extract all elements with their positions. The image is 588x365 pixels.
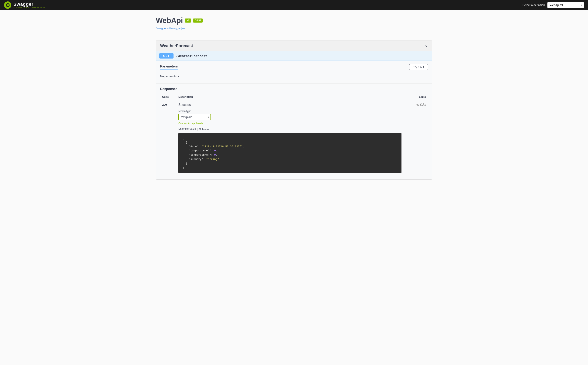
- try-it-out-button[interactable]: Try it out: [409, 64, 428, 70]
- example-value-tab[interactable]: Example Value: [178, 127, 196, 131]
- col-header-description: Description: [176, 94, 403, 100]
- tab-separator: |: [197, 128, 198, 131]
- media-type-label: Media type: [178, 110, 401, 112]
- header-logo: Swagger Supported by SMARTBEAR: [4, 1, 46, 9]
- parameters-section: Parameters Try it out No parameters: [156, 61, 432, 84]
- swagger-json-link[interactable]: /swagger/v1/swagger.json: [156, 27, 186, 30]
- badge-v1: v1: [185, 19, 191, 22]
- endpoint-path: /WeatherForecast: [176, 54, 207, 58]
- api-title-row: WebApi v1 OAS3: [156, 16, 432, 25]
- endpoint-body: Parameters Try it out No parameters Resp…: [156, 61, 432, 179]
- responses-section: Responses Code Description Links 200: [156, 84, 432, 179]
- response-links: No links: [403, 100, 428, 176]
- weather-forecast-section: WeatherForecast ∨ GET /WeatherForecast P…: [156, 40, 432, 180]
- parameters-title: Parameters: [160, 65, 178, 70]
- chevron-down-icon: ∨: [425, 43, 428, 48]
- parameters-header: Parameters Try it out: [160, 64, 428, 70]
- header-definition: Select a definition WebApi v1 ▾: [522, 2, 584, 8]
- code-block: [ { "date": "2020-11-22T16:57:05.937Z", …: [178, 133, 401, 173]
- app-header: Swagger Supported by SMARTBEAR Select a …: [0, 0, 588, 10]
- header-brand: Swagger Supported by SMARTBEAR: [14, 2, 46, 8]
- col-header-links: Links: [403, 94, 428, 100]
- response-table: Code Description Links 200 Success Media…: [160, 94, 428, 176]
- method-badge: GET: [159, 53, 173, 58]
- section-title: WeatherForecast: [160, 43, 193, 48]
- schema-tab[interactable]: Schema: [199, 128, 209, 131]
- api-title-section: WebApi v1 OAS3 /swagger/v1/swagger.json: [156, 16, 432, 34]
- definition-select[interactable]: WebApi v1: [547, 2, 584, 8]
- badge-oas3: OAS3: [193, 19, 203, 22]
- main-content: WebApi v1 OAS3 /swagger/v1/swagger.json …: [152, 10, 436, 190]
- brand-sub: Supported by SMARTBEAR: [14, 7, 46, 8]
- success-text: Success: [178, 103, 401, 107]
- brand-name: Swagger: [14, 2, 46, 7]
- no-parameters-text: No parameters: [160, 72, 428, 80]
- col-header-code: Code: [160, 94, 176, 100]
- section-header[interactable]: WeatherForecast ∨: [156, 41, 432, 51]
- example-value-schema-row: Example Value | Schema: [178, 127, 401, 131]
- swagger-logo-icon: [4, 1, 11, 9]
- table-row: 200 Success Media type text/plain ▾: [160, 100, 428, 176]
- api-title: WebApi: [156, 16, 183, 25]
- response-description-cell: Success Media type text/plain ▾ Controls…: [176, 100, 403, 176]
- definition-select-wrapper[interactable]: WebApi v1 ▾: [547, 2, 584, 8]
- media-type-select-wrapper[interactable]: text/plain ▾: [178, 114, 211, 120]
- endpoint-row[interactable]: GET /WeatherForecast: [156, 51, 432, 61]
- response-code: 200: [160, 100, 176, 176]
- svg-point-0: [6, 3, 10, 7]
- media-type-select[interactable]: text/plain: [178, 114, 211, 120]
- controls-note: Controls Accept header.: [178, 122, 401, 125]
- responses-title: Responses: [160, 87, 428, 91]
- no-links-text: No links: [416, 103, 426, 106]
- definition-label: Select a definition: [522, 3, 545, 7]
